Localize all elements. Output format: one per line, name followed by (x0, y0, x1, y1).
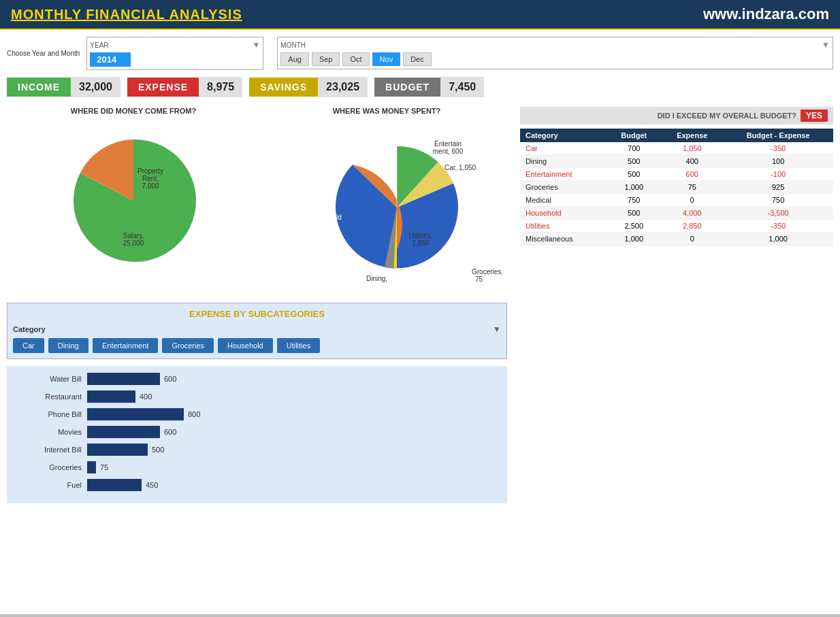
cell-category: Dining (520, 155, 607, 168)
cell-expense: 4,000 (661, 207, 723, 220)
category-btn-utilities[interactable]: Utilities (277, 338, 320, 353)
cell-diff: 1,000 (723, 233, 833, 246)
bottom-section: EXPENSE BY SUBCATEGORIES Category ▼ CarD… (7, 303, 833, 503)
year-value[interactable]: 2014 (90, 52, 131, 67)
subcategory-section: EXPENSE BY SUBCATEGORIES Category ▼ CarD… (7, 303, 507, 359)
table-row: Miscellaneous 1,000 0 1,000 (520, 233, 833, 246)
year-box: YEAR ▼ 2014 (86, 37, 263, 70)
expense-item: EXPENSE 8,975 (127, 77, 242, 97)
bar-label: Groceries (20, 463, 82, 471)
month-box: MONTH ▼ AugSepOctNovDec (277, 37, 833, 69)
cell-diff: 750 (723, 194, 833, 207)
month-buttons: AugSepOctNovDec (280, 52, 830, 66)
cell-diff: -350 (723, 220, 833, 233)
savings-label: SAVINGS (249, 78, 318, 97)
cell-expense: 400 (661, 155, 723, 168)
cell-category: Car (520, 142, 607, 155)
category-filter-row: Category ▼ (13, 324, 501, 334)
money-spent-pie: Entertain ment, 600 Car, 1,050 Household… (260, 119, 513, 296)
cell-category: Entertainment (520, 168, 607, 181)
bar-track: 75 (87, 461, 494, 473)
bar-label: Internet Bill (20, 446, 82, 454)
cell-expense: 1,050 (661, 142, 723, 155)
source-pie-svg: Property Rent, 7,000 Salary, 25,000 (59, 119, 208, 276)
table-row: Groceries 1,000 75 925 (520, 181, 833, 194)
month-btn-oct[interactable]: Oct (342, 52, 369, 66)
bar-row: Phone Bill 800 (20, 408, 494, 420)
page-header: MONTHLY FINANCIAL ANALYSIS www.indzara.c… (0, 0, 840, 30)
svg-text:2,850: 2,850 (412, 239, 429, 247)
summary-row: INCOME 32,000 EXPENSE 8,975 SAVINGS 23,0… (7, 77, 833, 97)
budget-header-row: DID I EXCEED MY OVERALL BUDGET? YES (520, 107, 833, 124)
category-btn-household[interactable]: Household (218, 338, 273, 353)
month-btn-dec[interactable]: Dec (403, 52, 432, 66)
bar-value: 600 (164, 375, 176, 383)
money-source-chart: WHERE DID MONEY COME FROM? (7, 107, 260, 296)
svg-text:Household: Household (309, 214, 342, 221)
table-row: Utilities 2,500 2,850 -350 (520, 220, 833, 233)
bar-row: Movies 600 (20, 426, 494, 438)
cell-budget: 2,500 (607, 220, 661, 233)
table-row: Household 500 4,000 -3,500 (520, 207, 833, 220)
cell-category: Household (520, 207, 607, 220)
year-filter-icon[interactable]: ▼ (252, 40, 260, 50)
bar-fill (87, 408, 184, 420)
col-expense: Expense (661, 129, 723, 142)
table-row: Car 700 1,050 -350 (520, 142, 833, 155)
category-filter-label: Category (13, 325, 54, 333)
website-url: www.indzara.com (703, 5, 829, 23)
svg-text:Entertain: Entertain (434, 140, 462, 148)
savings-item: SAVINGS 23,025 (249, 77, 368, 97)
money-spent-chart: WHERE WAS MONEY SPENT? (260, 107, 513, 296)
cell-expense: 0 (661, 233, 723, 246)
cell-category: Medical (520, 194, 607, 207)
budget-question: DID I EXCEED MY OVERALL BUDGET? (658, 112, 796, 120)
charts-row: WHERE DID MONEY COME FROM? (7, 107, 833, 296)
svg-text:Car, 1,050: Car, 1,050 (445, 164, 476, 171)
category-btn-dining[interactable]: Dining (48, 338, 88, 353)
year-box-label: YEAR ▼ (90, 40, 260, 50)
cell-budget: 750 (607, 194, 661, 207)
category-btn-groceries[interactable]: Groceries (162, 338, 214, 353)
month-btn-aug[interactable]: Aug (280, 52, 309, 66)
cell-budget: 1,000 (607, 181, 661, 194)
month-box-label: MONTH ▼ (280, 40, 830, 50)
svg-text:Dining,: Dining, (366, 275, 387, 282)
svg-text:Rent,: Rent, (142, 175, 159, 182)
svg-text:Salary,: Salary, (123, 232, 144, 239)
expense-label: EXPENSE (127, 78, 199, 97)
category-btn-car[interactable]: Car (13, 338, 44, 353)
svg-text:75: 75 (475, 276, 483, 283)
svg-text:Property: Property (138, 167, 163, 175)
category-filter-icon[interactable]: ▼ (493, 324, 501, 334)
bar-chart-container: Water Bill 600 Restaurant 400 Phone Bill… (7, 366, 507, 503)
svg-text:, 4,000: , 4,000 (315, 222, 336, 229)
main-container: Choose Year and Month YEAR ▼ 2014 MONTH … (0, 30, 840, 614)
category-btn-entertainment[interactable]: Entertainment (93, 338, 158, 353)
bar-row: Restaurant 400 (20, 390, 494, 403)
month-btn-nov[interactable]: Nov (372, 52, 401, 66)
svg-text:7,000: 7,000 (142, 182, 159, 190)
table-row: Dining 500 400 100 (520, 155, 833, 168)
month-btn-sep[interactable]: Sep (312, 52, 340, 66)
category-buttons-container: CarDiningEntertainmentGroceriesHousehold… (13, 338, 501, 353)
bar-track: 400 (87, 390, 494, 403)
cell-diff: -350 (723, 142, 833, 155)
bar-value: 800 (188, 410, 200, 418)
budget-section: DID I EXCEED MY OVERALL BUDGET? YES Cate… (520, 107, 833, 296)
bar-value: 600 (164, 428, 176, 436)
bar-value: 75 (100, 463, 108, 471)
bar-fill (87, 390, 135, 403)
bar-row: Internet Bill 500 (20, 444, 494, 456)
month-filter-icon[interactable]: ▼ (822, 40, 830, 50)
controls-row: Choose Year and Month YEAR ▼ 2014 MONTH … (7, 37, 833, 70)
svg-text:Utilities,: Utilities, (408, 232, 432, 239)
cell-diff: -3,500 (723, 207, 833, 220)
budget-table: Category Budget Expense Budget - Expense… (520, 129, 833, 246)
cell-expense: 2,850 (661, 220, 723, 233)
bar-value: 500 (152, 446, 164, 454)
cell-diff: 100 (723, 155, 833, 168)
cell-expense: 0 (661, 194, 723, 207)
bar-row: Groceries 75 (20, 461, 494, 473)
income-item: INCOME 32,000 (7, 77, 120, 97)
